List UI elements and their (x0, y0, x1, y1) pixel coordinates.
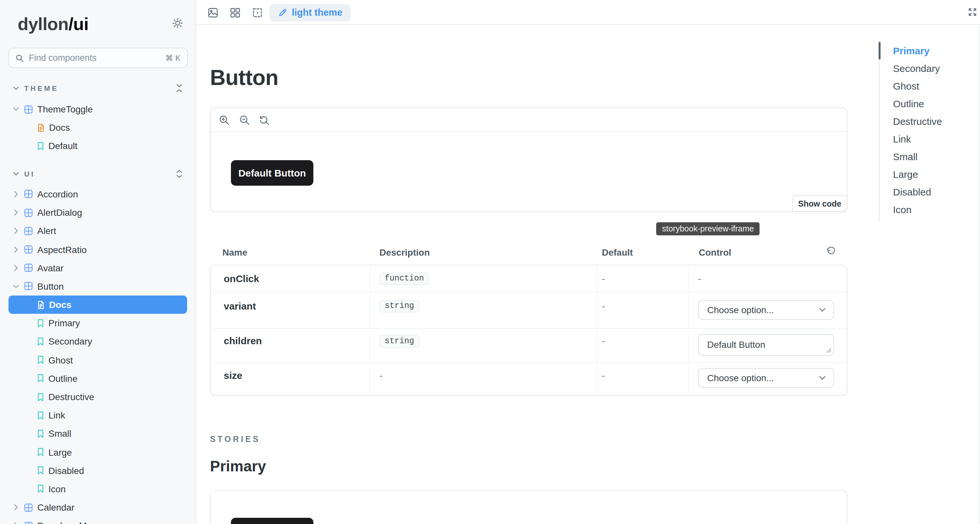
paintbrush-icon (278, 8, 286, 17)
fullscreen-icon (968, 8, 977, 16)
sidebar-item-dropdownmenu[interactable]: DropdownMenu (0, 516, 196, 524)
sidebar-item-alertdialog[interactable]: AlertDialog (0, 203, 196, 222)
expand-all-icon[interactable] (176, 170, 183, 178)
sidebar-item-alert[interactable]: Alert (0, 222, 196, 240)
sidebar-item-button-large[interactable]: Large (0, 443, 196, 461)
sidebar-item-button-link[interactable]: Link (0, 406, 196, 424)
variant-select[interactable]: Choose option... (698, 300, 834, 320)
preview-panel: Default Button Show code (210, 107, 847, 212)
column-divider (597, 265, 597, 395)
sidebar-item-label: Default (48, 141, 78, 151)
arg-type-chip: string (379, 300, 419, 313)
bookmark-icon (37, 374, 44, 383)
primary-story-button-preview[interactable]: Default Button (231, 518, 313, 524)
image-icon (208, 8, 218, 17)
search-input[interactable] (29, 53, 165, 63)
sidebar-item-label: Icon (48, 484, 66, 494)
toc-item-destructive[interactable]: Destructive (893, 112, 942, 130)
toc-item-secondary[interactable]: Secondary (893, 59, 942, 77)
canvas-toolbar: light theme (196, 0, 980, 25)
zoom-out-button[interactable] (239, 115, 250, 125)
chevron-down-icon (819, 376, 826, 380)
arg-row-name: size (224, 370, 242, 381)
zoom-reset-button[interactable] (259, 115, 269, 125)
section-label: THEME (24, 84, 59, 92)
toc: Primary Secondary Ghost Outline Destruct… (893, 41, 942, 218)
tooltip: storybook-preview-iframe (656, 222, 760, 235)
docs-page: Button Default Button Show code (196, 25, 980, 524)
component-icon (24, 245, 33, 254)
search-box[interactable]: ⌘ K (8, 48, 188, 68)
sidebar-item-accordion[interactable]: Accordion (0, 185, 196, 203)
sidebar-item-label: Alert (37, 226, 56, 237)
theme-toggle-button[interactable]: light theme (269, 3, 351, 21)
zoom-in-button[interactable] (219, 115, 230, 125)
sidebar-item-button-destructive[interactable]: Destructive (0, 388, 196, 406)
column-header-description: Description (379, 247, 430, 257)
grid-icon (230, 8, 240, 17)
sidebar-item-button-outline[interactable]: Outline (0, 369, 196, 387)
bookmark-icon (37, 356, 44, 364)
sidebar-item-label: ThemeToggle (37, 104, 93, 114)
sidebar-item-button-ghost[interactable]: Ghost (0, 351, 196, 369)
toc-item-small[interactable]: Small (893, 148, 942, 165)
bookmark-icon (37, 337, 44, 346)
sidebar-item-button-small[interactable]: Small (0, 425, 196, 443)
resize-handle-icon[interactable] (826, 348, 832, 353)
toc-item-disabled[interactable]: Disabled (893, 183, 942, 200)
reset-controls-button[interactable] (826, 246, 835, 256)
sidebar-item-button-disabled[interactable]: Disabled (0, 461, 196, 480)
sidebar-item-button-primary[interactable]: Primary (0, 314, 196, 332)
bookmark-icon (37, 485, 44, 493)
sidebar-item-button-secondary[interactable]: Secondary (0, 332, 196, 351)
zoom-in-icon (219, 115, 230, 125)
sidebar-item-label: Ghost (48, 355, 73, 365)
toc-item-large[interactable]: Large (893, 165, 942, 183)
arg-default-value: - (602, 370, 605, 381)
sidebar-item-button[interactable]: Button (0, 277, 196, 295)
zoom-reset-icon (259, 115, 269, 125)
stories-section-label: STORIES (210, 435, 260, 444)
settings-button[interactable] (172, 17, 183, 29)
sidebar-item-themetoggle-docs[interactable]: Docs (0, 118, 196, 137)
toc-item-primary[interactable]: Primary (893, 41, 942, 59)
toc-item-icon[interactable]: Icon (893, 200, 942, 218)
toc-item-outline[interactable]: Outline (893, 94, 942, 112)
sidebar-item-button-docs-selected[interactable]: Docs (8, 295, 187, 314)
show-code-button[interactable]: Show code (792, 195, 847, 212)
sidebar-item-label: AlertDialog (37, 207, 82, 218)
arg-default-value: - (602, 301, 605, 311)
component-icon (24, 227, 33, 235)
sidebar-item-themetoggle[interactable]: ThemeToggle (0, 100, 196, 118)
select-value: Choose option... (707, 373, 774, 383)
size-select[interactable]: Choose option... (698, 368, 834, 388)
measure-tool-button[interactable] (253, 8, 262, 17)
background-tool-button[interactable] (208, 8, 218, 17)
bookmark-icon (37, 319, 44, 327)
toc-item-link[interactable]: Link (893, 130, 942, 148)
bookmark-icon (37, 142, 44, 150)
default-button-preview[interactable]: Default Button (231, 160, 313, 186)
story-title: Primary (210, 457, 266, 475)
sidebar-item-avatar[interactable]: Avatar (0, 259, 196, 277)
docs-icon (37, 300, 45, 309)
sidebar-item-label: Docs (49, 122, 70, 133)
sidebar-item-calendar[interactable]: Calendar (0, 498, 196, 516)
sidebar-item-themetoggle-default[interactable]: Default (0, 137, 196, 155)
sidebar-item-button-icon[interactable]: Icon (0, 480, 196, 498)
collapse-all-icon[interactable] (176, 84, 183, 92)
sidebar-item-label: DropdownMenu (37, 521, 102, 524)
sidebar-item-label: Small (48, 429, 71, 439)
grid-tool-button[interactable] (230, 8, 240, 17)
sidebar-item-aspectratio[interactable]: AspectRatio (0, 240, 196, 259)
ui-items-list: Accordion AlertDialog Alert AspectRatio (0, 185, 196, 524)
fullscreen-button[interactable] (968, 8, 977, 16)
section-header-theme[interactable]: THEME (0, 79, 196, 97)
docs-icon (37, 124, 45, 132)
brand-logo[interactable]: dyllon/ui (18, 14, 89, 35)
children-text-input[interactable]: Default Button (698, 334, 834, 355)
section-header-ui[interactable]: UI (0, 165, 196, 183)
sidebar-item-label: AspectRatio (37, 244, 87, 255)
toc-item-ghost[interactable]: Ghost (893, 77, 942, 94)
column-header-control: Control (699, 247, 732, 257)
